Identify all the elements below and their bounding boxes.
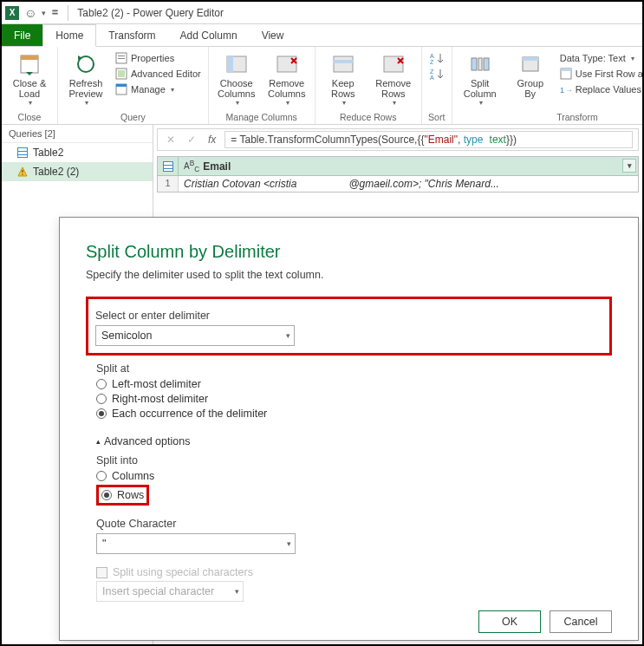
radio-columns[interactable]: Columns	[96, 470, 612, 482]
svg-rect-20	[472, 58, 477, 70]
special-chars-checkbox[interactable]: Split using special characters	[96, 566, 612, 578]
svg-rect-24	[523, 57, 538, 61]
excel-icon: X	[5, 6, 19, 20]
refresh-preview-button[interactable]: Refresh Preview▾	[63, 50, 108, 110]
formula-keyword: type	[464, 134, 484, 146]
column-header-email[interactable]: ABC Email ▾	[179, 157, 638, 175]
formula-accept-icon[interactable]: ✓	[184, 134, 199, 146]
tab-view[interactable]: View	[250, 24, 296, 46]
tab-file[interactable]: File	[2, 24, 42, 46]
manage-label: Manage	[131, 84, 166, 95]
chevron-down-icon: ▾	[235, 587, 239, 596]
column-filter-icon[interactable]: ▾	[622, 159, 636, 173]
checkbox-icon	[96, 567, 107, 578]
keep-rows-button[interactable]: Keep Rows▾	[321, 50, 366, 110]
replace-values-icon: 1→2	[560, 83, 572, 95]
radio-left-most[interactable]: Left-most delimiter	[96, 378, 612, 390]
svg-rect-26	[561, 69, 571, 71]
delimiter-label: Select or enter delimiter	[95, 310, 602, 322]
tab-transform[interactable]: Transform	[96, 24, 167, 46]
svg-text:A: A	[430, 75, 434, 80]
formula-cancel-icon[interactable]: ✕	[163, 134, 179, 146]
query-item-table2[interactable]: Table2	[2, 143, 153, 162]
properties-button[interactable]: Properties	[114, 50, 203, 66]
cancel-button[interactable]: Cancel	[550, 610, 612, 633]
chevron-down-icon: ▾	[287, 539, 291, 548]
formula-input[interactable]: = Table.TransformColumnTypes(Source,{{"E…	[224, 131, 633, 148]
sort-desc-icon: ZA	[429, 68, 445, 80]
keep-rows-label: Keep Rows	[331, 78, 355, 99]
sort-asc-button[interactable]: AZ	[427, 50, 446, 66]
svg-rect-22	[478, 58, 482, 70]
first-row-icon	[560, 68, 572, 80]
tab-add-column[interactable]: Add Column	[168, 24, 250, 46]
radio-label: Columns	[112, 470, 154, 482]
group-label-reduce-rows: Reduce Rows	[321, 112, 416, 122]
choose-columns-label: Choose Columns	[218, 78, 255, 99]
cell-email[interactable]: Cristian Cotovan <cristia@gmaeil.com>; "…	[179, 176, 638, 192]
query-item-label: Table2	[33, 147, 63, 159]
fx-icon[interactable]: fx	[205, 134, 219, 146]
advanced-editor-icon	[115, 68, 127, 80]
radio-right-most[interactable]: Right-most delimiter	[96, 393, 612, 405]
query-item-table2-2[interactable]: Table2 (2)	[2, 162, 153, 181]
title-separator	[68, 5, 68, 21]
quote-char-select[interactable]: " ▾	[96, 533, 296, 554]
close-load-icon	[16, 52, 42, 76]
quote-char-label: Quote Character	[96, 518, 612, 530]
advanced-editor-button[interactable]: Advanced Editor	[114, 66, 203, 82]
queries-header: Queries [2]	[2, 125, 153, 143]
grid-corner[interactable]	[158, 157, 179, 175]
formula-text: ,	[458, 134, 464, 146]
datatype-button[interactable]: Data Type: Text▾	[558, 50, 644, 66]
qat-dropdown-icon[interactable]: ▾	[42, 9, 46, 17]
sort-desc-button[interactable]: ZA	[427, 66, 446, 82]
properties-label: Properties	[131, 53, 174, 63]
svg-text:1: 1	[560, 86, 564, 95]
close-load-button[interactable]: Close & Load▾	[7, 50, 52, 110]
close-load-label: Close & Load	[13, 78, 47, 99]
split-column-dialog: Split Column by Delimiter Specify the de…	[59, 217, 639, 641]
delimiter-select[interactable]: Semicolon ▾	[95, 325, 295, 346]
ribbon: Close & Load▾ Close Refresh Preview▾ Pro…	[2, 47, 642, 125]
split-column-button[interactable]: Split Column▾	[458, 50, 503, 110]
first-row-headers-button[interactable]: Use First Row as Headers▾	[558, 66, 644, 82]
group-label-query: Query	[63, 112, 203, 122]
choose-columns-button[interactable]: Choose Columns▾	[214, 50, 259, 110]
formula-text: }})	[506, 134, 517, 146]
radio-each-occurrence[interactable]: Each occurrence of the delimiter	[96, 408, 612, 420]
svg-rect-12	[277, 56, 296, 72]
svg-rect-21	[484, 58, 489, 70]
refresh-icon	[73, 52, 99, 76]
group-by-button[interactable]: Group By	[508, 50, 553, 110]
group-label-sort: Sort	[427, 112, 446, 122]
radio-label: Left-most delimiter	[112, 378, 201, 390]
dialog-title: Split Column by Delimiter	[86, 242, 612, 262]
data-grid: ABC Email ▾ 1 Cristian Cotovan <cristia@…	[157, 156, 639, 192]
radio-rows[interactable]: Rows	[101, 489, 144, 501]
remove-columns-button[interactable]: Remove Columns▾	[264, 50, 309, 110]
manage-button[interactable]: Manage▾	[114, 82, 203, 97]
svg-rect-15	[384, 56, 403, 72]
group-by-label: Group By	[517, 78, 543, 99]
ok-button[interactable]: OK	[478, 610, 541, 633]
svg-rect-1	[21, 55, 38, 60]
table-row[interactable]: 1 Cristian Cotovan <cristia@gmaeil.com>;…	[158, 176, 638, 192]
split-at-label: Split at	[96, 362, 612, 375]
radio-icon	[101, 490, 112, 500]
properties-icon	[115, 52, 127, 64]
advanced-options-toggle[interactable]: ▴ Advanced options	[96, 435, 612, 447]
table-icon	[17, 147, 28, 158]
svg-rect-30	[22, 174, 23, 175]
replace-values-label: Replace Values	[576, 84, 641, 95]
remove-rows-button[interactable]: Remove Rows▾	[371, 50, 416, 110]
quote-char-value: "	[102, 538, 106, 550]
keep-rows-icon	[330, 52, 356, 76]
radio-label: Each occurrence of the delimiter	[112, 408, 267, 420]
replace-values-button[interactable]: 1→2 Replace Values	[558, 82, 644, 97]
radio-icon	[96, 408, 107, 419]
qat-menu-icon[interactable]: 〓	[51, 7, 59, 18]
tab-home[interactable]: Home	[42, 24, 96, 47]
ribbon-group-query: Refresh Preview▾ Properties Advanced Edi…	[58, 47, 209, 124]
special-char-value: Insert special character	[102, 585, 214, 597]
